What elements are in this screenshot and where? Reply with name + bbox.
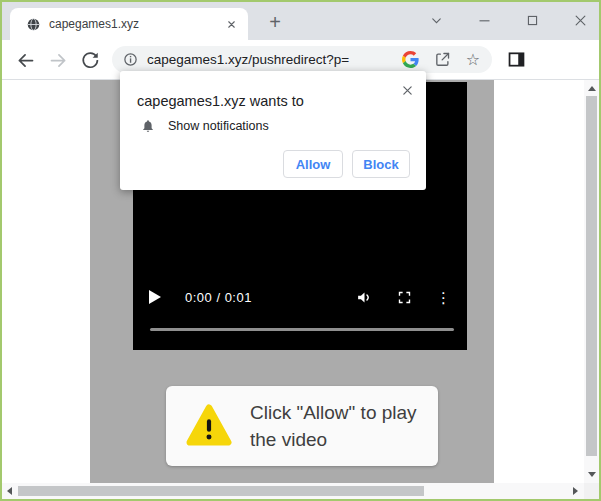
dialog-title: capegames1.xyz wants to — [137, 93, 304, 109]
minimize-icon[interactable] — [474, 10, 494, 30]
play-icon[interactable] — [149, 290, 161, 304]
site-info-icon[interactable] — [123, 52, 138, 67]
video-time: 0:00 / 0:01 — [185, 290, 252, 305]
forward-icon — [47, 49, 69, 71]
scroll-down-icon[interactable] — [588, 472, 596, 477]
bookmark-star-icon[interactable]: ☆ — [466, 52, 480, 68]
globe-favicon-icon — [26, 17, 41, 32]
horizontal-scrollbar[interactable] — [2, 483, 584, 499]
scroll-up-icon[interactable] — [588, 86, 596, 91]
tab-strip: capegames1.xyz + — [2, 2, 599, 40]
side-panel-icon[interactable] — [505, 48, 527, 70]
new-tab-button[interactable]: + — [262, 10, 288, 34]
tab-title: capegames1.xyz — [49, 17, 222, 31]
back-icon[interactable] — [14, 49, 36, 71]
window-controls — [426, 9, 590, 31]
share-icon[interactable] — [434, 51, 451, 68]
browser-window: capegames1.xyz + — [0, 0, 601, 501]
volume-icon[interactable] — [356, 289, 373, 306]
warning-message: Click "Allow" to play the video — [250, 399, 424, 453]
scrollbar-corner — [584, 483, 599, 499]
bell-icon — [141, 119, 155, 133]
url-text[interactable]: capegames1.xyz/pushredirect?p= — [147, 52, 349, 67]
maximize-icon[interactable] — [522, 10, 542, 30]
video-menu-icon[interactable]: ⋮ — [436, 290, 451, 305]
scroll-left-icon[interactable] — [7, 487, 12, 495]
horizontal-scrollbar-thumb[interactable] — [18, 486, 424, 496]
warning-triangle-icon — [186, 404, 232, 448]
dialog-close-icon[interactable] — [399, 82, 415, 98]
address-bar[interactable]: capegames1.xyz/pushredirect?p= ☆ — [112, 46, 492, 73]
block-button[interactable]: Block — [352, 150, 410, 178]
tab-close-icon[interactable] — [222, 15, 240, 33]
scroll-right-icon[interactable] — [573, 487, 578, 495]
dialog-permission-label: Show notifications — [168, 119, 269, 133]
fullscreen-icon[interactable] — [397, 290, 412, 305]
allow-warning-box: Click "Allow" to play the video — [166, 386, 438, 466]
video-progress-bar[interactable] — [150, 328, 454, 331]
notification-permission-dialog: capegames1.xyz wants to Show notificatio… — [120, 71, 426, 190]
reload-icon[interactable] — [79, 49, 101, 71]
vertical-scrollbar[interactable] — [584, 80, 599, 483]
google-g-icon[interactable] — [402, 51, 419, 68]
allow-button[interactable]: Allow — [283, 150, 343, 178]
close-window-icon[interactable] — [570, 10, 590, 30]
tab-search-chevron-icon[interactable] — [426, 10, 446, 30]
video-controls: 0:00 / 0:01 ⋮ — [133, 284, 467, 310]
tab-capegames[interactable]: capegames1.xyz — [10, 8, 248, 40]
vertical-scrollbar-thumb[interactable] — [586, 96, 597, 456]
